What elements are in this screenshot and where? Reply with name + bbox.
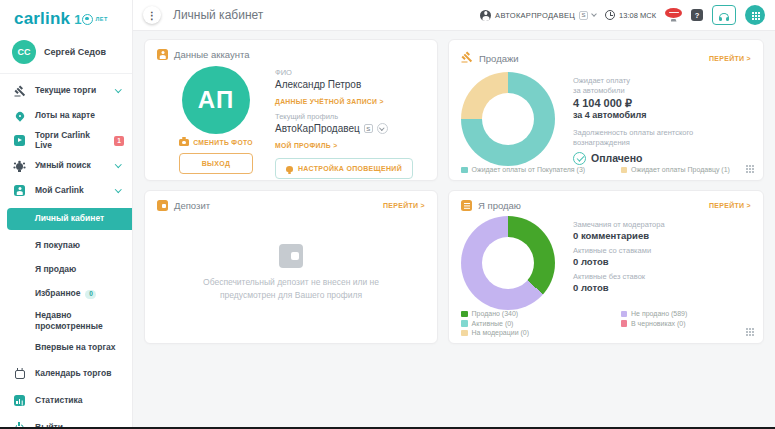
profile-label: Текущий профиль: [275, 112, 425, 121]
debt-status: Оплачено: [573, 152, 751, 165]
sidebar-item-auction-calendar[interactable]: Календарь торгов: [0, 360, 132, 387]
header: ⋮ Личный кабинет АВТОКАРПРОДАВЕЦ S 13:08…: [133, 0, 775, 31]
drag-handle[interactable]: [746, 165, 754, 173]
legend-item: Активные (0): [461, 320, 621, 327]
grid-icon: [752, 12, 754, 14]
account-name: АВТОКАРПРОДАВЕЦ: [495, 11, 575, 20]
card-title: Продажи: [479, 53, 519, 64]
id-card-icon: [12, 185, 27, 196]
stats-icon: [12, 395, 27, 406]
user-name: Сергей Седов: [44, 47, 106, 57]
card-title: Депозит: [174, 200, 210, 211]
logo[interactable]: carlink 1ЛЕТ: [0, 7, 132, 31]
sidebar: carlink 1ЛЕТ СС Сергей Седов Текущие тор…: [0, 0, 133, 429]
check-circle-icon: [573, 152, 586, 165]
chevron-down-icon: [591, 11, 597, 17]
profile-type-badge: S: [364, 124, 373, 133]
await-payment-amount: 4 104 000 ₽: [573, 97, 751, 110]
divider: [0, 73, 132, 74]
sidebar-item-carlink-live[interactable]: Торги Carlink Live 1: [0, 128, 132, 153]
support-button[interactable]: [712, 5, 736, 25]
headset-icon: [719, 13, 729, 20]
sidebar-item-i-sell[interactable]: Я продаю: [0, 258, 132, 282]
active-without-bids: Активные без ставок 0 лотов: [573, 272, 665, 293]
selling-card: Я продаю ПЕРЕЙТИ > Замечания от модерато…: [448, 190, 764, 344]
sidebar-item-current-auctions[interactable]: Текущие торги: [0, 78, 132, 103]
profile-expand-button[interactable]: [377, 123, 388, 134]
promo-icon[interactable]: [665, 8, 682, 23]
await-payment-cars: за 4 автомобиля: [573, 110, 751, 120]
selling-donut-chart: [461, 216, 555, 310]
logo-text: carlink: [14, 9, 70, 29]
active-with-bids: Активные со ставками 0 лотов: [573, 246, 665, 267]
account-switcher[interactable]: АВТОКАРПРОДАВЕЦ S: [480, 10, 596, 21]
my-profile-link[interactable]: МОЙ ПРОФИЛЬ >: [275, 142, 337, 149]
wallet-icon: [279, 244, 303, 268]
selling-card-icon: [461, 200, 472, 211]
legend-item: Не продано (589): [621, 310, 688, 317]
fio-value: Александр Петров: [275, 79, 425, 90]
sales-gavel-icon: [461, 49, 473, 67]
fio-label: ФИО: [275, 68, 425, 77]
sidebar-user[interactable]: СС Сергей Седов: [0, 31, 132, 73]
page-title: Личный кабинет: [173, 8, 263, 22]
await-payment-label: Ожидает оплатуза автомобили: [573, 76, 751, 96]
chevron-down-icon: [115, 86, 121, 92]
legend-item: Продано (340): [461, 310, 621, 317]
drag-handle[interactable]: [746, 328, 754, 336]
legend-item: На модерации (0): [461, 329, 621, 336]
change-photo-link[interactable]: СМЕНИТЬ ФОТО: [179, 139, 253, 146]
deposit-empty-text: Обеспечительный депозит не внесен или не…: [191, 276, 391, 302]
gavel-icon: [12, 85, 27, 97]
deposit-card: Депозит ПЕРЕЙТИ > Обеспечительный депози…: [144, 190, 438, 344]
legend-item: Ожидает оплаты Продавцу (1): [621, 166, 730, 173]
logout-button[interactable]: ВЫХОД: [179, 153, 254, 174]
main-content: Данные аккаунта АП СМЕНИТЬ ФОТО ВЫХОД ФИ…: [133, 31, 775, 429]
sidebar-item-first-time[interactable]: Впервые на торгах: [0, 336, 132, 360]
account-card: Данные аккаунта АП СМЕНИТЬ ФОТО ВЫХОД ФИ…: [144, 39, 438, 181]
legend-item: В черновиках (0): [621, 320, 688, 327]
apps-menu-button[interactable]: [745, 5, 765, 25]
sidebar-item-recently-viewed[interactable]: Недавно просмотренные: [0, 306, 132, 336]
notification-settings-button[interactable]: НАСТРОЙКА ОПОВЕЩЕНИЙ: [275, 158, 413, 179]
live-count-badge: 1: [114, 136, 124, 146]
calendar-icon: [12, 368, 27, 379]
sidebar-item-i-buy[interactable]: Я покупаю: [0, 234, 132, 258]
selling-go-link[interactable]: ПЕРЕЙТИ >: [709, 202, 751, 209]
sidebar-item-my-carlink[interactable]: Мой Carlink: [0, 178, 132, 203]
agent-debt-label: Задолженность оплаты агентского вознагра…: [573, 128, 751, 148]
card-title: Я продаю: [478, 200, 521, 211]
sidebar-item-personal-cabinet[interactable]: Личный кабинет: [7, 208, 132, 230]
chevron-down-icon: [115, 186, 121, 192]
wreath-icon: [82, 14, 93, 25]
sidebar-item-favorites[interactable]: Избранное 0: [0, 282, 132, 306]
legend-item: Ожидает оплаты от Покупателя (3): [461, 166, 621, 173]
card-title: Данные аккаунта: [174, 49, 249, 60]
kebab-menu-button[interactable]: ⋮: [143, 6, 161, 24]
clock-icon: [605, 10, 615, 20]
avatar: СС: [12, 40, 36, 64]
chevron-down-icon: [115, 161, 121, 167]
map-pin-icon: [12, 112, 27, 120]
deposit-card-icon: [157, 200, 168, 211]
moderator-remarks: Замечания от модератора 0 комментариев: [573, 220, 665, 241]
account-card-icon: [157, 49, 168, 60]
account-type-badge: S: [579, 11, 588, 20]
sales-go-link[interactable]: ПЕРЕЙТИ >: [709, 55, 751, 62]
sidebar-item-lots-on-map[interactable]: Лоты на карте: [0, 103, 132, 128]
sidebar-item-statistics[interactable]: Статистика: [0, 387, 132, 414]
sidebar-item-smart-search[interactable]: Умный поиск: [0, 153, 132, 178]
account-data-link[interactable]: ДАННЫЕ УЧЁТНОЙ ЗАПИСИ >: [275, 98, 384, 105]
play-icon: [12, 135, 27, 146]
anniversary-badge: 1ЛЕТ: [74, 12, 108, 27]
deposit-go-link[interactable]: ПЕРЕЙТИ >: [383, 202, 425, 209]
favorites-count-badge: 0: [85, 290, 96, 299]
camera-icon: [179, 139, 189, 146]
profile-value: АвтоКарПродавец S: [275, 123, 425, 134]
server-time: 13:08 МСК: [619, 11, 656, 20]
help-icon[interactable]: ?: [691, 9, 703, 21]
bulb-icon: [12, 162, 27, 170]
user-icon: [480, 10, 491, 21]
sales-donut-chart: [461, 72, 555, 166]
sales-card: Продажи ПЕРЕЙТИ > Ожидает оплатуза автом…: [448, 39, 764, 181]
